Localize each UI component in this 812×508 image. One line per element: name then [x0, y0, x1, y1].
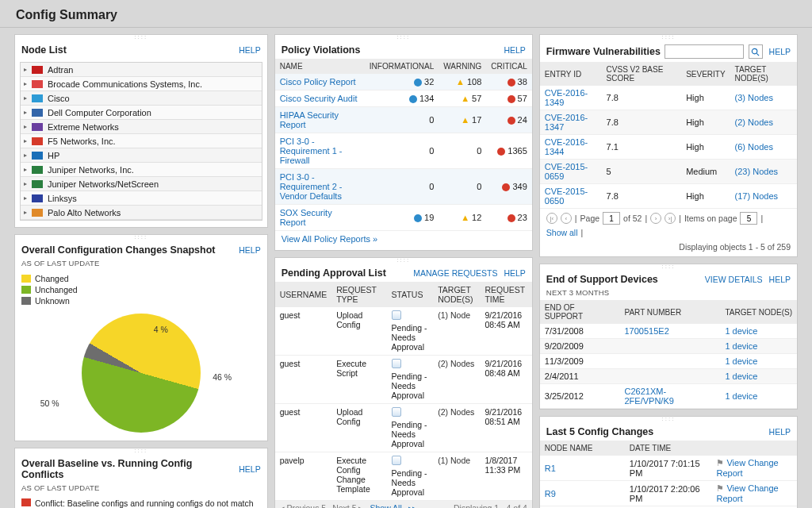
col-header[interactable]: Severity	[681, 62, 730, 86]
node-row[interactable]: ▸Adtran	[21, 63, 262, 77]
help-link[interactable]: HELP	[239, 45, 260, 55]
policy-report-link[interactable]: PCI 3-0 - Requirement 1 - Firewall	[280, 137, 343, 165]
node-row[interactable]: ▸F5 Networks, Inc.	[21, 134, 262, 148]
expand-icon[interactable]: ▸	[24, 166, 27, 173]
col-name[interactable]: Name	[275, 59, 365, 74]
node-row[interactable]: ▸Juniper Networks, Inc.	[21, 163, 262, 177]
page-input[interactable]	[603, 212, 620, 225]
node-row[interactable]: ▸Cisco	[21, 91, 262, 106]
col-header[interactable]: Status	[387, 282, 434, 307]
prev-page-icon[interactable]: ‹	[561, 213, 572, 224]
device-link[interactable]: 1 device	[725, 391, 757, 401]
col-header[interactable]: CVSS V2 Base Score	[602, 62, 682, 86]
expand-icon[interactable]: ▸	[24, 66, 27, 73]
node-link[interactable]: R1	[545, 464, 556, 473]
manage-requests-link[interactable]: MANAGE REQUESTS	[413, 268, 497, 278]
col-header[interactable]: Date Time	[625, 441, 712, 456]
cve-link[interactable]: CVE-2015-0659	[545, 162, 588, 181]
show-all-link[interactable]: Show All	[370, 503, 401, 508]
policy-report-link[interactable]: Cisco Security Audit	[280, 94, 358, 103]
target-nodes-link[interactable]: (2) Nodes	[735, 117, 773, 127]
node-row[interactable]: ▸Dell Computer Corporation	[21, 106, 262, 120]
view-change-report-link[interactable]: View Change Report	[716, 458, 778, 478]
help-link[interactable]: HELP	[504, 268, 525, 278]
policy-report-link[interactable]: Cisco Policy Report	[280, 77, 356, 87]
cell-nodes[interactable]: (1) Node	[433, 307, 480, 356]
view-all-reports-link[interactable]: View All Policy Reports »	[282, 234, 377, 244]
node-row[interactable]: ▸Palo Alto Networks	[21, 206, 262, 220]
col-header[interactable]: Target Node(s)	[720, 300, 797, 324]
col-header[interactable]: Username	[275, 282, 332, 307]
panel-grip[interactable]: ::::	[15, 447, 267, 453]
cell-nodes[interactable]: (2) Nodes	[433, 404, 480, 452]
part-link[interactable]: 1700515E2	[625, 326, 669, 336]
last-page-icon[interactable]: ›|	[665, 213, 676, 224]
show-all-icon[interactable]: ▸▸	[408, 504, 416, 508]
device-link[interactable]: 1 device	[725, 371, 757, 381]
device-link[interactable]: 1 device	[725, 356, 757, 366]
node-row[interactable]: ▸Juniper Networks/NetScreen	[21, 177, 262, 191]
panel-grip[interactable]: ::::	[275, 33, 532, 40]
cve-link[interactable]: CVE-2015-0650	[545, 187, 588, 206]
node-row[interactable]: ▸HP	[21, 148, 262, 163]
device-link[interactable]: 1 device	[725, 341, 757, 351]
node-row[interactable]: ▸Brocade Communications Systems, Inc.	[21, 77, 262, 91]
panel-grip[interactable]: ::::	[540, 263, 797, 269]
panel-grip[interactable]: ::::	[15, 33, 267, 40]
policy-report-link[interactable]: PCI 3-0 - Requirement 2 - Vendor Default…	[280, 172, 343, 201]
expand-icon[interactable]: ▸	[24, 137, 27, 144]
help-link[interactable]: HELP	[769, 427, 791, 437]
col-info[interactable]: Informational	[365, 59, 439, 74]
node-link[interactable]: R9	[545, 489, 556, 498]
next-page-icon[interactable]: ›	[650, 213, 661, 224]
firmware-search-input[interactable]	[665, 44, 744, 59]
first-page-icon[interactable]: |‹	[546, 213, 557, 224]
col-header[interactable]: Part Number	[620, 300, 721, 324]
panel-grip[interactable]: ::::	[275, 256, 532, 263]
cell-nodes[interactable]: (1) Node	[433, 452, 480, 501]
col-header[interactable]: Target Node(s)	[433, 282, 480, 307]
expand-icon[interactable]: ▸	[24, 180, 27, 187]
target-nodes-link[interactable]: (6) Nodes	[735, 142, 773, 152]
col-crit[interactable]: Critical	[486, 59, 532, 74]
expand-icon[interactable]: ▸	[24, 94, 27, 102]
expand-icon[interactable]: ▸	[24, 194, 27, 202]
part-link[interactable]: C2621XM-2FE/VPN/K9	[625, 387, 674, 406]
target-nodes-link[interactable]: (23) Nodes	[735, 167, 778, 176]
help-link[interactable]: HELP	[239, 464, 260, 474]
help-link[interactable]: HELP	[239, 245, 260, 255]
expand-icon[interactable]: ▸	[24, 152, 27, 159]
node-row[interactable]: ▸Linksys	[21, 191, 262, 206]
col-header[interactable]	[711, 441, 797, 456]
help-link[interactable]: HELP	[769, 275, 791, 284]
expand-icon[interactable]: ▸	[24, 109, 27, 116]
panel-grip[interactable]: ::::	[15, 233, 267, 240]
col-header[interactable]: Node Name	[540, 441, 625, 456]
expand-icon[interactable]: ▸	[24, 123, 27, 130]
items-per-page-input[interactable]	[740, 212, 757, 225]
view-details-link[interactable]: VIEW DETAILS	[705, 275, 763, 284]
device-link[interactable]: 1 device	[725, 326, 757, 336]
panel-grip[interactable]: ::::	[540, 415, 797, 421]
col-header[interactable]: Target Node(s)	[730, 62, 797, 86]
policy-report-link[interactable]: HIPAA Security Report	[280, 110, 339, 129]
show-all-link[interactable]: Show all	[546, 228, 578, 237]
target-nodes-link[interactable]: (3) Nodes	[735, 93, 773, 102]
search-icon[interactable]	[749, 44, 763, 59]
cve-link[interactable]: CVE-2016-1349	[545, 88, 588, 107]
cell-nodes[interactable]: (2) Nodes	[433, 356, 480, 404]
expand-icon[interactable]: ▸	[24, 80, 27, 87]
cve-link[interactable]: CVE-2016-1344	[545, 137, 588, 156]
help-link[interactable]: HELP	[769, 47, 791, 56]
col-warn[interactable]: Warning	[439, 59, 486, 74]
policy-report-link[interactable]: SOX Security Report	[280, 208, 332, 227]
cve-link[interactable]: CVE-2016-1347	[545, 113, 588, 132]
expand-icon[interactable]: ▸	[24, 209, 27, 216]
col-header[interactable]: Entry ID	[540, 62, 602, 86]
help-link[interactable]: HELP	[504, 45, 525, 55]
col-header[interactable]: Request Time	[480, 282, 531, 307]
target-nodes-link[interactable]: (17) Nodes	[735, 191, 778, 201]
panel-grip[interactable]: ::::	[540, 33, 797, 40]
view-change-report-link[interactable]: View Change Report	[716, 483, 778, 503]
col-header[interactable]: Request Type	[331, 282, 386, 307]
